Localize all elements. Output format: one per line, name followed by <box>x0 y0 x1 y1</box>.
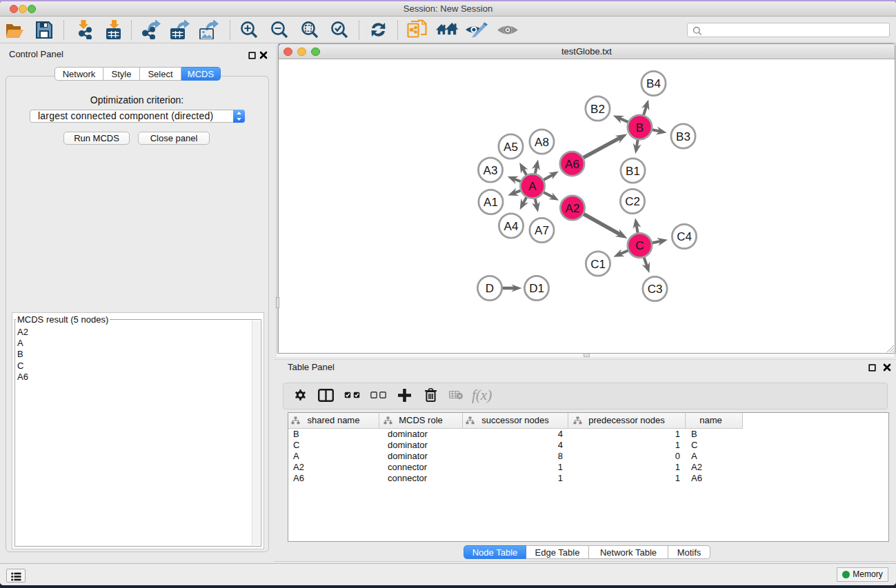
svg-text:A4: A4 <box>504 220 519 233</box>
svg-text:B2: B2 <box>590 103 605 116</box>
svg-text:A8: A8 <box>535 136 549 149</box>
svg-text:B1: B1 <box>626 165 640 178</box>
svg-text:A3: A3 <box>484 164 498 177</box>
svg-text:C3: C3 <box>648 283 663 296</box>
svg-text:B: B <box>636 121 644 134</box>
svg-text:C1: C1 <box>590 258 606 271</box>
svg-text:A7: A7 <box>535 224 549 237</box>
svg-text:C4: C4 <box>677 230 692 243</box>
svg-text:B3: B3 <box>676 130 690 143</box>
svg-text:D: D <box>486 282 494 295</box>
svg-text:A5: A5 <box>504 141 518 154</box>
svg-text:D1: D1 <box>529 282 544 295</box>
svg-text:B4: B4 <box>646 77 661 90</box>
svg-text:A: A <box>528 180 537 193</box>
svg-text:C2: C2 <box>625 195 640 208</box>
svg-text:A2: A2 <box>566 202 580 215</box>
svg-text:A6: A6 <box>565 158 579 171</box>
svg-text:A1: A1 <box>484 196 498 209</box>
svg-text:C: C <box>635 239 644 252</box>
